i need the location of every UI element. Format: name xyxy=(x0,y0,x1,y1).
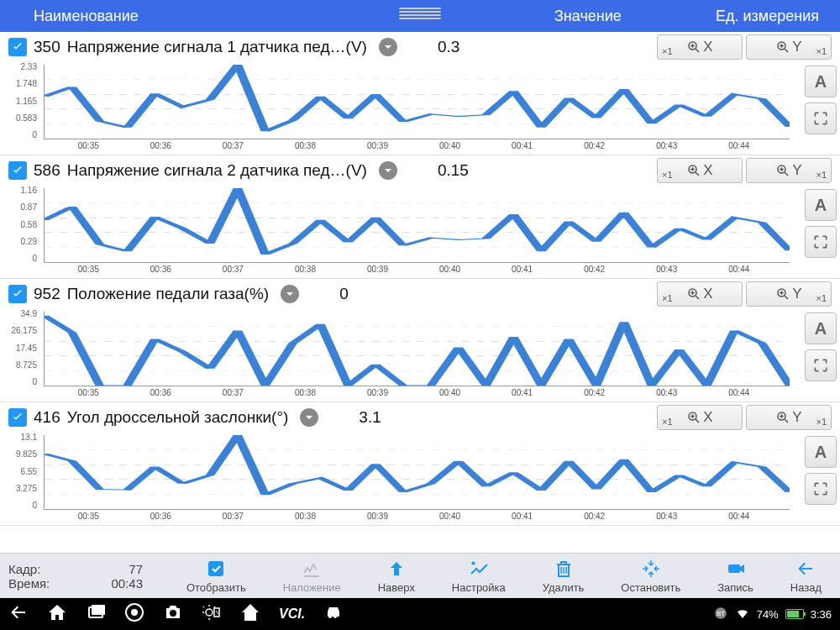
param-value: 3.1 xyxy=(359,408,381,427)
chart-area[interactable]: 13.19.8256.553.2750 00:3500:3600:3700:38… xyxy=(0,433,800,525)
data-panel: 350 Напряжение сигнала 1 датчика пед…(V)… xyxy=(0,32,840,155)
param-id: 350 xyxy=(34,38,60,56)
chart-panels: 350 Напряжение сигнала 1 датчика пед…(V)… xyxy=(0,32,840,553)
checkbox[interactable] xyxy=(8,408,27,427)
frame-value: 77 xyxy=(129,562,143,576)
auto-scale-button[interactable]: A xyxy=(805,66,837,97)
drag-handle-icon[interactable] xyxy=(399,5,441,22)
column-header-bar: Наименование Значение Ед. измерения xyxy=(0,0,840,32)
footer-button-2[interactable]: Наверх xyxy=(378,558,415,594)
footer-button-6[interactable]: Запись xyxy=(717,558,753,594)
svg-point-30 xyxy=(170,610,176,617)
param-value: 0 xyxy=(339,285,349,303)
fullscreen-button[interactable] xyxy=(805,473,837,505)
y-axis-labels: 34.926.17517.458.7250 xyxy=(0,309,40,386)
dropdown-icon[interactable] xyxy=(300,408,318,427)
svg-rect-24 xyxy=(208,561,223,576)
param-name: Напряжение сигнала 1 датчика пед…(V) xyxy=(67,38,367,56)
battery-icon xyxy=(785,609,804,619)
x-axis-labels: 00:3500:3600:3700:3800:3900:4000:4100:42… xyxy=(44,265,790,276)
battery-percent: 74% xyxy=(757,608,779,621)
data-panel: 416 Угол дроссельной заслонки(°) 3.1 ×1X… xyxy=(0,402,840,526)
app-home-icon[interactable] xyxy=(240,602,260,626)
footer-toolbar: Кадр:77 Время:00:43 ОтобразитьНаложениеН… xyxy=(0,553,840,598)
param-id: 952 xyxy=(34,285,60,303)
brightness-icon[interactable] xyxy=(202,602,222,626)
camera-icon[interactable] xyxy=(163,602,183,626)
zoom-y-button[interactable]: Y×1 xyxy=(746,158,832,183)
zoom-y-button[interactable]: Y×1 xyxy=(746,405,832,430)
data-panel: 952 Положение педали газа(%) 0 ×1X Y×1 3… xyxy=(0,279,840,402)
dropdown-icon[interactable] xyxy=(379,38,397,56)
header-value: Значение xyxy=(554,8,622,25)
vci-icon: VCI. xyxy=(279,606,305,622)
param-name: Угол дроссельной заслонки(°) xyxy=(67,408,289,427)
fullscreen-button[interactable] xyxy=(805,226,837,258)
dropdown-icon[interactable] xyxy=(379,161,397,180)
wifi-icon xyxy=(735,606,750,623)
zoom-x-button[interactable]: ×1X xyxy=(657,405,743,430)
chart-area[interactable]: 34.926.17517.458.7250 00:3500:3600:3700:… xyxy=(0,309,800,402)
home-icon[interactable] xyxy=(47,602,67,626)
frame-label: Кадр: xyxy=(8,562,40,576)
svg-point-29 xyxy=(131,609,138,616)
svg-point-31 xyxy=(206,609,213,616)
clock: 3:36 xyxy=(811,608,832,621)
zoom-x-button[interactable]: ×1X xyxy=(657,281,743,307)
checkbox[interactable] xyxy=(8,161,27,180)
auto-scale-button[interactable]: A xyxy=(805,312,837,344)
header-unit: Ед. измерения xyxy=(716,8,819,25)
bluetooth-icon: BT xyxy=(713,606,728,623)
chart-area[interactable]: 2.331.7481.1650.5830 00:3500:3600:3700:3… xyxy=(0,62,800,155)
data-panel: 586 Напряжение сигнала 2 датчика пед…(V)… xyxy=(0,155,840,279)
header-name: Наименование xyxy=(0,8,139,25)
svg-text:BT: BT xyxy=(717,610,725,617)
footer-button-7[interactable]: Назад xyxy=(790,558,822,594)
chart-area[interactable]: 1.160.870.580.290 00:3500:3600:3700:3800… xyxy=(0,186,800,278)
time-value: 00:43 xyxy=(111,576,143,591)
checkbox[interactable] xyxy=(8,38,27,56)
zoom-y-button[interactable]: Y×1 xyxy=(746,34,832,60)
dropdown-icon[interactable] xyxy=(281,285,299,303)
svg-rect-27 xyxy=(92,605,105,615)
footer-button-1[interactable]: Наложение xyxy=(283,558,341,594)
zoom-y-button[interactable]: Y×1 xyxy=(746,281,832,307)
y-axis-labels: 1.160.870.580.290 xyxy=(0,186,40,263)
auto-scale-button[interactable]: A xyxy=(805,436,837,468)
param-name: Напряжение сигнала 2 датчика пед…(V) xyxy=(67,161,367,180)
x-axis-labels: 00:3500:3600:3700:3800:3900:4000:4100:42… xyxy=(44,141,790,153)
svg-rect-25 xyxy=(728,564,740,573)
param-name: Положение педали газа(%) xyxy=(67,285,269,303)
footer-button-0[interactable]: Отобразить xyxy=(186,558,246,594)
time-label: Время: xyxy=(8,576,50,591)
footer-button-5[interactable]: Остановить xyxy=(621,558,680,594)
param-id: 416 xyxy=(34,408,60,427)
x-axis-labels: 00:3500:3600:3700:3800:3900:4000:4100:42… xyxy=(44,512,790,523)
footer-button-3[interactable]: Настройка xyxy=(452,558,506,594)
car-icon[interactable] xyxy=(323,602,344,626)
fullscreen-button[interactable] xyxy=(805,102,837,134)
recent-apps-icon[interactable] xyxy=(86,602,106,626)
back-icon[interactable] xyxy=(8,602,29,626)
checkbox[interactable] xyxy=(8,285,27,303)
auto-scale-button[interactable]: A xyxy=(805,189,837,221)
param-id: 586 xyxy=(34,161,60,180)
fullscreen-button[interactable] xyxy=(805,349,837,381)
param-value: 0.3 xyxy=(438,38,459,56)
footer-info: Кадр:77 Время:00:43 xyxy=(0,562,168,591)
android-navbar: VCI. BT 74% 3:36 xyxy=(0,598,840,630)
y-axis-labels: 2.331.7481.1650.5830 xyxy=(0,62,40,139)
y-axis-labels: 13.19.8256.553.2750 xyxy=(0,433,40,510)
param-value: 0.15 xyxy=(438,161,469,180)
zoom-x-button[interactable]: ×1X xyxy=(657,158,743,183)
x-axis-labels: 00:3500:3600:3700:3800:3900:4000:4100:42… xyxy=(44,388,790,400)
chrome-icon[interactable] xyxy=(124,602,144,626)
zoom-x-button[interactable]: ×1X xyxy=(657,34,743,60)
footer-button-4[interactable]: Удалить xyxy=(543,558,585,594)
